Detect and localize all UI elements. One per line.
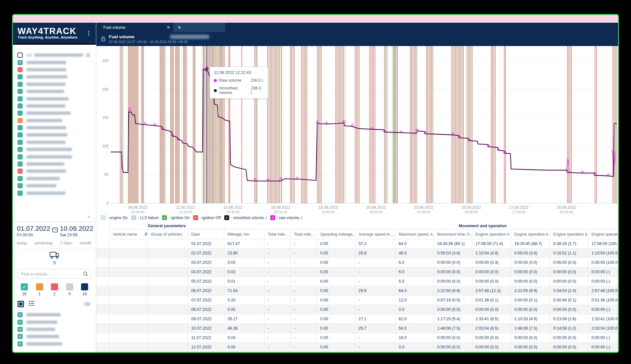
table-row[interactable]: 06.07.202271.54--0.0029.964.02:22:55 (9.… (96, 286, 618, 296)
vehicle-list-item[interactable] (13, 117, 96, 124)
date-shortcut-month[interactable]: month (80, 241, 91, 245)
vehicle-list-item[interactable] (13, 124, 96, 131)
select-all-checkbox[interactable] (18, 301, 24, 307)
column-header-maximum-speed-k[interactable]: Maximum speed, k… (395, 229, 434, 239)
table-row[interactable]: 09.07.202235.17--0.0027.162.01:17:25 (5.… (96, 314, 618, 324)
table-row[interactable]: 12.07.20220.00--0.00-0.00:00:00 (0.0)0:0… (96, 343, 618, 352)
lock-icon[interactable] (101, 36, 106, 43)
column-header-engine-operati[interactable]: Engine operati… (588, 229, 618, 239)
column-header-speeding-mileage[interactable]: Speeding mileage,… (317, 229, 355, 239)
table-row[interactable]: 11.07.20220.04--0.00-16.00:00:00 (0.0)0:… (96, 333, 618, 343)
list-view-icon[interactable] (29, 300, 34, 308)
color-filter-checkbox[interactable] (81, 283, 88, 290)
legend-checkbox[interactable]: ✓ (193, 215, 198, 220)
table-row[interactable]: 03.07.20220.03--0.00-5.00:00:00 (0.0)0:0… (96, 258, 618, 267)
table-row[interactable]: 04.07.20220.02--0.00-5.00:00:00 (0.0)0:0… (96, 267, 618, 277)
tab-close-icon[interactable]: ✕ (167, 25, 170, 30)
color-filter[interactable]: ✓16 (21, 283, 28, 296)
column-header-movement-time-h[interactable]: Movement time, h… (434, 229, 472, 239)
color-filter[interactable]: 2 (51, 283, 58, 296)
vehicle-checkbox[interactable] (18, 147, 23, 152)
collapse-sidebar-button[interactable]: « (13, 214, 96, 222)
legend-item[interactable]: ✓- ignition On (162, 215, 190, 220)
search-icon[interactable] (83, 271, 88, 278)
vehicle-checkbox[interactable] (18, 74, 23, 79)
vehicle-list-item[interactable] (13, 175, 96, 182)
color-filter[interactable]: 0 (66, 283, 73, 296)
color-filter[interactable]: 1 (36, 283, 43, 296)
menu-dots-icon[interactable]: ⋮ (85, 30, 93, 37)
date-shortcut-today[interactable]: today (17, 241, 27, 245)
vehicle-list-item[interactable] (13, 110, 96, 117)
vehicle-checkbox[interactable]: ✓ (18, 334, 23, 339)
vehicle-checkbox[interactable]: ✓ (18, 320, 23, 325)
vehicle-checkbox[interactable] (18, 154, 23, 159)
vehicle-checkbox[interactable] (18, 118, 23, 123)
column-header-group-of-vehicles[interactable]: Group of vehicles (147, 229, 188, 239)
vehicle-list-item[interactable]: ✓ (13, 318, 96, 325)
vehicle-list-item[interactable] (13, 95, 96, 102)
color-filter-checkbox[interactable] (36, 283, 43, 290)
vehicle-list-item[interactable] (13, 102, 96, 110)
vehicle-checkbox[interactable] (18, 183, 23, 188)
vehicle-checkbox[interactable] (18, 103, 23, 109)
vehicle-checkbox[interactable] (18, 111, 23, 116)
legend-checkbox[interactable]: ✓ (131, 215, 136, 220)
vehicle-checkbox[interactable] (18, 140, 23, 145)
legend-item[interactable]: ✓- smoothed volume, l (224, 215, 267, 220)
vehicle-list-item[interactable]: ✓ (13, 59, 96, 66)
color-filter-checkbox[interactable] (66, 283, 73, 290)
vehicle-checkbox[interactable] (18, 67, 23, 72)
column-header-vehicle-name[interactable]: Vehicle name (109, 229, 147, 239)
vehicle-list-item[interactable] (13, 66, 96, 73)
table-row[interactable]: 10.07.202246.38--0.0025.754.01:48:08 (7.… (96, 324, 618, 333)
fuel-chart[interactable]: 05010015020025009.08.202204:36:4011.08.2… (96, 46, 618, 222)
table-row[interactable]: 08.07.20220.00--0.00-0.00:00:00 (0.0)0:0… (96, 305, 618, 314)
vehicle-checkbox[interactable] (18, 53, 23, 58)
vehicle-checkbox[interactable]: ✓ (18, 341, 23, 346)
table-row[interactable]: 01.07.2022617.47--0.0037.264.016:34:36 (… (96, 239, 618, 249)
vehicle-list-item[interactable] (13, 189, 96, 196)
vehicle-checkbox[interactable] (18, 169, 23, 174)
column-header-mileage-km[interactable]: Mileage, km (224, 229, 264, 239)
vehicle-checkbox[interactable] (18, 191, 23, 196)
vehicle-list-item[interactable] (13, 88, 96, 95)
filter-icon[interactable] (145, 232, 147, 236)
vehicle-checkbox[interactable] (18, 82, 23, 87)
legend-checkbox[interactable]: ✓ (101, 215, 106, 220)
vehicle-checkbox[interactable] (18, 89, 23, 94)
color-filter-checkbox[interactable] (51, 283, 58, 290)
vehicle-list-item[interactable] (13, 160, 96, 168)
legend-item[interactable]: ✓- raw volume, l (270, 215, 302, 220)
vehicle-checkbox[interactable] (18, 161, 23, 167)
legend-item[interactable]: ✓- LLS failure (131, 215, 159, 220)
color-filter[interactable]: 19 (81, 283, 88, 296)
column-header-average-speed-in[interactable]: Average speed in … (355, 229, 395, 239)
vehicle-list-item[interactable] (13, 81, 96, 88)
vehicle-checkbox[interactable] (18, 176, 23, 181)
legend-item[interactable]: ✓- engine On (101, 215, 128, 220)
calendar-icon[interactable] (52, 227, 58, 234)
vehicle-list-item[interactable] (13, 153, 96, 160)
vehicle-list-item[interactable] (13, 146, 96, 153)
column-header-engine-operation-ti[interactable]: Engine operation ti… (472, 229, 511, 239)
vehicle-list-item[interactable]: ✓ (13, 326, 96, 333)
vehicle-list-item[interactable]: ✓ (13, 333, 96, 340)
vehicle-list-item[interactable]: ✓ (13, 340, 96, 347)
vehicle-checkbox[interactable] (18, 125, 23, 130)
vehicle-list-item[interactable]: ✓ (13, 311, 96, 318)
vehicle-list-item[interactable] (13, 182, 96, 189)
vehicle-checkbox[interactable] (18, 96, 23, 101)
date-to[interactable]: 10.09.2022 Sat 23:59 (60, 225, 93, 237)
chart-canvas[interactable]: 05010015020025009.08.202204:36:4011.08.2… (96, 46, 618, 214)
table-row[interactable]: 07.07.20220.20--0.00-12.00:07:19 (0.5)0:… (96, 296, 618, 305)
vehicle-list-item[interactable]: 2 (13, 52, 96, 59)
legend-item[interactable]: ✓- ignition Off (193, 215, 220, 220)
column-header-date[interactable]: Date (188, 229, 224, 239)
vehicle-list-item[interactable] (13, 168, 96, 175)
date-shortcut-7-days[interactable]: 7 days (60, 241, 72, 245)
table-row[interactable]: 02.07.202223.80--0.0025.848.00:55:03 (3.… (96, 249, 618, 258)
vehicle-checkbox[interactable] (18, 132, 23, 137)
table-row[interactable]: 05.07.20220.01--0.00-5.00:00:00 (0.0)0:0… (96, 277, 618, 286)
date-from[interactable]: 01.07.2022 Fri 00:00 (17, 225, 50, 237)
